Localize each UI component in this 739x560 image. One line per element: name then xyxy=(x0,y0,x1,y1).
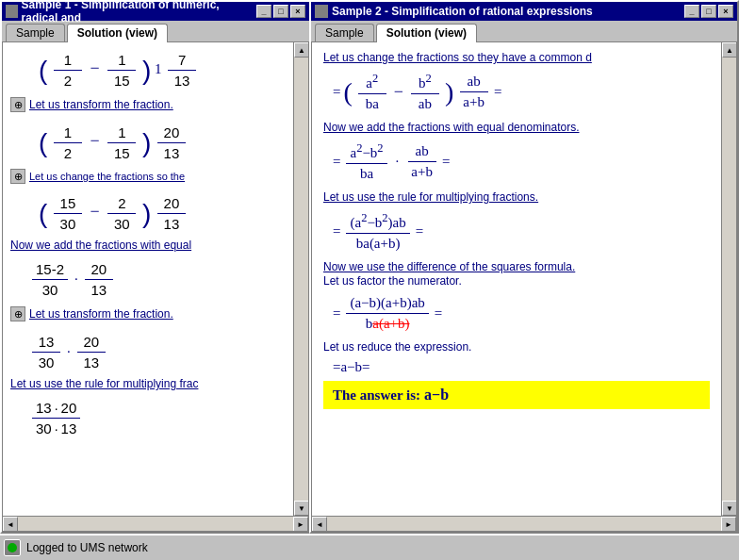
left-hscrollbar[interactable]: ◄ ► xyxy=(3,516,308,531)
right-tabs: Sample Solution (view) xyxy=(311,21,737,41)
step-2-formula: ( 1 2 − 1 15 ) 20 xyxy=(39,123,287,163)
left-tabs: Sample Solution (view) xyxy=(2,21,309,41)
left-minimize-btn[interactable]: _ xyxy=(256,5,271,18)
step-3-text: Now we add the fractions with equal xyxy=(10,238,287,252)
right-step-5-formula: =a−b= xyxy=(333,359,710,375)
step-4-icon: ⊕ xyxy=(10,306,25,321)
right-minimize-btn[interactable]: _ xyxy=(684,5,699,18)
right-close-btn[interactable]: × xyxy=(718,5,733,18)
left-scroll-up[interactable]: ▲ xyxy=(294,42,309,58)
left-hscroll-right[interactable]: ► xyxy=(293,517,308,532)
step-2-icon: ⊕ xyxy=(10,169,25,184)
right-hscrollbar[interactable]: ◄ ► xyxy=(312,516,736,531)
right-window-title: Sample 2 - Simplification of rational ex… xyxy=(332,5,593,18)
left-content: ( 1 2 − 1 15 ) 1 xyxy=(3,42,293,450)
step-2-text: Let us change the fractions so the xyxy=(29,171,185,182)
left-tab-solution[interactable]: Solution (view) xyxy=(67,24,168,42)
answer-row: The answer is: a−b xyxy=(323,381,710,409)
right-step-2-text: Now we add the fractions with equal deno… xyxy=(323,120,710,134)
taskbar: Logged to UMS network xyxy=(0,534,739,560)
right-step-4-formula: = (a−b)(a+b)ab ba(a+b) = xyxy=(333,293,710,334)
left-scroll-content[interactable]: ( 1 2 − 1 15 ) 1 xyxy=(3,42,293,516)
taskbar-status: Logged to UMS network xyxy=(26,541,148,554)
right-step-4-text: Now we use the difference of the squares… xyxy=(323,259,710,273)
right-step-1-formula: = ( a2 ba − b2 ab ) xyxy=(333,70,710,114)
step-2-row: ⊕ Let us change the fractions so the xyxy=(10,167,287,186)
left-scroll-down[interactable]: ▼ xyxy=(294,501,309,516)
left-window-icon xyxy=(6,5,18,18)
right-window-icon xyxy=(315,5,328,18)
right-step-2-formula: = a2−b2 ba · ab a+b = xyxy=(333,140,710,184)
right-window: Sample 2 - Simplification of rational ex… xyxy=(309,0,739,534)
step-1-icon: ⊕ xyxy=(10,97,25,112)
start-dot xyxy=(8,543,17,552)
right-scroll-thumb xyxy=(722,58,736,501)
left-vscrollbar[interactable]: ▲ ▼ xyxy=(293,42,308,516)
answer-value: a−b xyxy=(424,387,449,404)
right-maximize-btn[interactable]: □ xyxy=(701,5,716,18)
right-scroll-up[interactable]: ▲ xyxy=(722,42,737,58)
step-6-formula: 13 · 20 30 · 13 xyxy=(29,398,287,438)
right-tab-sample[interactable]: Sample xyxy=(315,24,374,41)
right-hscroll-track xyxy=(327,517,721,531)
step-1-formula: ( 1 2 − 1 15 ) 1 xyxy=(39,50,287,91)
step-5-formula: 13 30 · 20 13 xyxy=(29,332,287,372)
right-step-5-text: Let us reduce the expression. xyxy=(323,339,710,354)
right-scroll-content[interactable]: Let us change the fractions so they have… xyxy=(312,42,721,516)
left-hscroll-track xyxy=(18,517,293,531)
right-window-titlebar: Sample 2 - Simplification of rational ex… xyxy=(311,2,737,21)
right-scroll-down[interactable]: ▼ xyxy=(722,501,737,516)
right-tab-solution[interactable]: Solution (view) xyxy=(376,24,477,42)
step-4-text: Let us transform the fraction. xyxy=(29,307,173,321)
right-step-1-text: Let us change the fractions so they have… xyxy=(323,50,710,64)
taskbar-start-btn[interactable] xyxy=(4,539,21,556)
right-hscroll-left[interactable]: ◄ xyxy=(312,517,327,532)
left-window: Sample 1 - Simplification of numeric, ra… xyxy=(0,0,311,534)
step-4-row: ⊕ Let us transform the fraction. xyxy=(10,304,287,324)
step-5-text: Let us use the rule for multiplying frac xyxy=(10,376,287,390)
right-step-4-text2: Let us factor the numerator. xyxy=(323,273,710,288)
step-1-text: Let us transform the fraction. xyxy=(29,98,173,111)
left-close-btn[interactable]: × xyxy=(290,5,305,18)
right-vscrollbar[interactable]: ▲ ▼ xyxy=(721,42,736,516)
left-window-title: Sample 1 - Simplification of numeric, ra… xyxy=(22,0,256,25)
left-maximize-btn[interactable]: □ xyxy=(273,5,288,18)
step-4-formula: 15-2 30 · 20 13 xyxy=(29,259,287,300)
right-step-3-text: Let us use the rule for multiplying frac… xyxy=(323,189,710,204)
step-1-row: ⊕ Let us transform the fraction. xyxy=(10,94,287,115)
left-hscroll-left[interactable]: ◄ xyxy=(3,517,18,532)
left-window-titlebar: Sample 1 - Simplification of numeric, ra… xyxy=(2,2,309,21)
left-scroll-thumb xyxy=(294,58,308,501)
answer-text: The answer is: xyxy=(333,387,420,404)
right-hscroll-right[interactable]: ► xyxy=(721,517,736,532)
left-tab-sample[interactable]: Sample xyxy=(6,24,65,41)
step-3-formula: ( 15 30 − 2 30 ) xyxy=(39,193,287,234)
right-content: Let us change the fractions so they have… xyxy=(312,42,721,417)
right-step-3-formula: = (a2−b2)ab ba(a+b) = xyxy=(333,209,710,254)
